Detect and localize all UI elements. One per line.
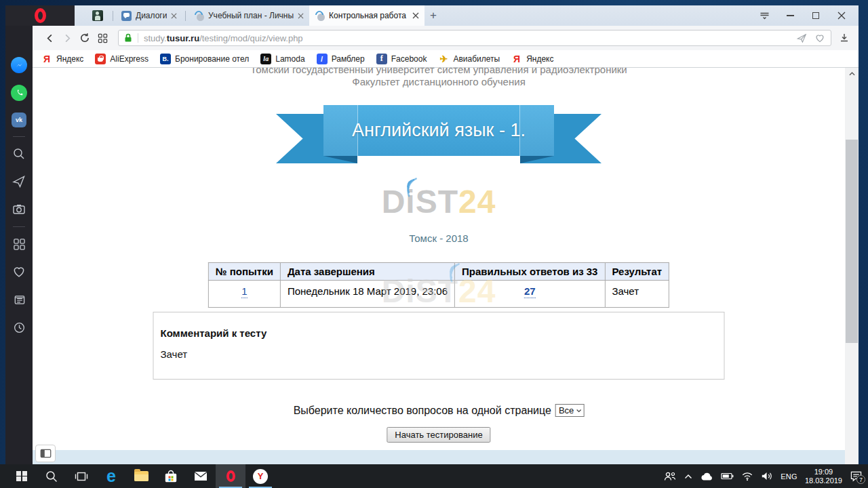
bookmark-yandex-2[interactable]: Я Яндекс [511, 54, 553, 64]
bookmark-label: Facebook [391, 54, 427, 64]
yandex-icon: Я [511, 54, 522, 64]
yandex-browser-icon: Y [253, 469, 268, 484]
tab-title: Учебный план - Личный [208, 11, 294, 20]
bookmark-rambler[interactable]: / Рамблер [317, 54, 365, 64]
snapshot-camera-icon[interactable] [11, 201, 27, 218]
task-view-button[interactable] [66, 464, 96, 488]
reload-button[interactable] [76, 29, 94, 47]
bookmark-aliexpress[interactable]: AliExpress [95, 54, 149, 64]
opera-taskbar-button[interactable] [216, 464, 245, 488]
bookmarks-heart-icon[interactable] [11, 264, 27, 280]
messenger-icon[interactable] [11, 57, 27, 73]
page-content: Томский государственный университет сист… [33, 68, 845, 464]
bookmark-label: Рамблер [332, 54, 365, 64]
page-footer-bar [33, 450, 845, 464]
pinned-tab[interactable] [92, 10, 103, 21]
new-tab-button[interactable]: + [425, 5, 442, 26]
logo-text-gold: 24 [458, 184, 496, 220]
speed-dial-icon[interactable] [94, 29, 111, 47]
close-window-button[interactable] [831, 7, 852, 24]
scroll-up-arrow[interactable] [845, 68, 859, 80]
address-bar[interactable]: study.tusur.ru/testing/mod/quiz/view.php [118, 30, 831, 46]
forward-button[interactable] [58, 29, 76, 47]
correct-answers-link[interactable]: 27 [524, 286, 536, 298]
city-year: Томск - 2018 [409, 232, 468, 244]
mail-button[interactable] [186, 464, 216, 488]
people-icon[interactable] [663, 471, 677, 482]
battery-icon[interactable] [721, 472, 734, 480]
comment-body: Зачет [161, 348, 724, 360]
volume-icon[interactable] [761, 471, 773, 481]
onedrive-cloud-icon[interactable] [700, 472, 713, 481]
tab-separator [113, 11, 113, 21]
file-explorer-button[interactable] [126, 464, 156, 488]
download-icon[interactable] [835, 29, 853, 47]
desktop-wallpaper: Диалоги Учебный план - Личный Контрольна… [0, 0, 868, 488]
bookmark-label: Lamoda [275, 54, 304, 64]
start-test-button[interactable]: Начать тестирование [387, 427, 490, 443]
history-clock-icon[interactable] [11, 319, 27, 336]
close-tab-icon[interactable] [298, 13, 304, 19]
system-tray: ENG 19:09 18.03.2019 7 [663, 468, 868, 485]
col-result: Результат [605, 263, 669, 281]
faculty-name: Факультет дистанционного обучения [352, 76, 526, 87]
bookmark-lamoda[interactable]: la Lamoda [260, 54, 304, 64]
page-scrollbar[interactable] [845, 68, 859, 464]
rambler-icon: / [317, 54, 328, 64]
edge-icon: e [106, 468, 116, 485]
wifi-icon[interactable] [741, 471, 753, 481]
opera-logo-icon [35, 8, 46, 23]
speed-dial-grid-icon[interactable] [11, 236, 27, 252]
panel-icon [40, 449, 52, 458]
tab-study-plan[interactable]: Учебный план - Личный [189, 5, 309, 26]
per-page-value: Все [559, 405, 574, 415]
notification-center-button[interactable]: 7 [850, 470, 863, 482]
bookmark-booking[interactable]: B. Бронирование отел [160, 54, 249, 64]
attempts-table: № попытки Дата завершения Правильных отв… [208, 262, 669, 308]
my-flow-icon[interactable] [11, 174, 27, 190]
edge-taskbar-button[interactable]: e [96, 464, 126, 488]
minimize-button[interactable] [780, 7, 800, 24]
url-host-prefix: study. [144, 33, 167, 43]
language-indicator[interactable]: ENG [781, 472, 797, 481]
course-title: Английский язык - 1. [352, 120, 526, 141]
whatsapp-icon[interactable] [11, 85, 27, 101]
maximize-button[interactable] [806, 7, 826, 24]
completed-cell: Понедельник 18 Март 2019, 23:06 [280, 281, 454, 308]
close-tab-icon[interactable] [412, 12, 419, 19]
bookmark-avia[interactable]: ✈ Авиабилеты [438, 54, 500, 64]
opera-menu-button[interactable] [5, 5, 75, 26]
comment-title: Комментарий к тесту [161, 327, 724, 339]
news-icon[interactable] [11, 291, 27, 308]
tab-dialogs[interactable]: Диалоги [116, 5, 182, 26]
search-icon[interactable] [11, 146, 27, 162]
yandex-browser-button[interactable]: Y [245, 464, 275, 488]
bookmark-heart-icon[interactable] [814, 33, 825, 43]
share-flow-icon[interactable] [796, 33, 808, 43]
scrollbar-thumb[interactable] [846, 140, 858, 343]
taskbar-search-button[interactable] [37, 464, 66, 488]
per-page-select[interactable]: Все [555, 404, 584, 417]
course-banner-ribbon: Английский язык - 1. [276, 105, 601, 167]
back-button[interactable] [41, 29, 58, 47]
bookmark-facebook[interactable]: f Facebook [376, 54, 427, 64]
yandex-icon: Я [41, 54, 52, 64]
clock[interactable]: 19:09 18.03.2019 [805, 468, 842, 485]
tab-menu-button[interactable] [754, 7, 774, 24]
bookmark-yandex[interactable]: Я Яндекс [41, 54, 83, 64]
dist-favicon-icon [315, 11, 325, 21]
aliexpress-icon [95, 54, 106, 64]
vk-icon[interactable]: vk [12, 113, 26, 127]
start-button[interactable] [7, 464, 37, 488]
attempt-link[interactable]: 1 [241, 286, 247, 298]
browser-window: Диалоги Учебный план - Личный Контрольна… [5, 5, 859, 464]
close-tab-icon[interactable] [171, 13, 177, 19]
university-name: Томский государственный университет сист… [250, 68, 627, 75]
tab-quiz-active[interactable]: Контрольная работа по д [309, 5, 425, 26]
per-page-row: Выберите количество вопросов на одной ст… [294, 404, 585, 417]
per-page-label: Выберите количество вопросов на одной ст… [294, 405, 551, 417]
tray-expand-chevron-icon[interactable] [684, 474, 692, 479]
col-attempt: № попытки [208, 263, 280, 281]
sidebar-toggle-button[interactable] [35, 445, 56, 462]
store-button[interactable] [156, 464, 186, 488]
